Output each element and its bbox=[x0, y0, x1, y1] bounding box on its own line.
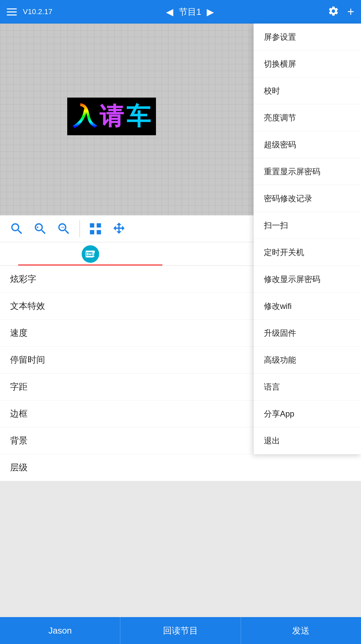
header-right: + bbox=[328, 5, 354, 18]
dropdown-menu: 屏参设置 切换横屏 校时 亮度调节 超级密码 重置显示屏密码 密码修改记录 扫一… bbox=[253, 24, 361, 454]
menu-button[interactable] bbox=[7, 8, 17, 15]
header-left: V10.2.17 bbox=[7, 7, 52, 16]
bottom-bar: Jason 回读节目 发送 bbox=[0, 617, 361, 644]
menu-exit[interactable]: 退出 bbox=[254, 427, 361, 454]
led-char-2: 请 bbox=[99, 100, 124, 133]
menu-advanced[interactable]: 高级功能 bbox=[254, 347, 361, 373]
zoom-search-button[interactable] bbox=[7, 219, 27, 239]
menu-upgrade-firmware[interactable]: 升级固件 bbox=[254, 320, 361, 347]
menu-change-screen-password[interactable]: 修改显示屏密码 bbox=[254, 266, 361, 293]
menu-share-app[interactable]: 分享App bbox=[254, 400, 361, 427]
menu-brightness[interactable]: 亮度调节 bbox=[254, 104, 361, 131]
menu-screen-settings[interactable]: 屏参设置 bbox=[254, 24, 361, 50]
prop-layer[interactable]: 层级 bbox=[0, 454, 361, 481]
grid-button[interactable] bbox=[85, 219, 106, 239]
menu-language[interactable]: 语言 bbox=[254, 373, 361, 400]
led-display: 入 请 车 bbox=[67, 98, 156, 135]
led-char-3: 车 bbox=[126, 100, 151, 133]
menu-super-password[interactable]: 超级密码 bbox=[254, 131, 361, 158]
zoom-out-button[interactable] bbox=[54, 219, 74, 239]
header-center: ◀ 节目1 ▶ bbox=[166, 6, 214, 18]
menu-reset-screen-password[interactable]: 重置显示屏密码 bbox=[254, 158, 361, 185]
settings-button[interactable] bbox=[328, 5, 339, 18]
prev-program-button[interactable]: ◀ bbox=[166, 6, 173, 17]
version-label: V10.2.17 bbox=[23, 7, 52, 16]
tab-settings[interactable] bbox=[0, 242, 180, 265]
add-button[interactable]: + bbox=[347, 6, 354, 18]
app-header: V10.2.17 ◀ 节目1 ▶ + bbox=[0, 0, 361, 24]
menu-time-sync[interactable]: 校时 bbox=[254, 77, 361, 104]
menu-timer[interactable]: 定时开关机 bbox=[254, 239, 361, 266]
menu-password-history[interactable]: 密码修改记录 bbox=[254, 185, 361, 212]
jason-button[interactable]: Jason bbox=[0, 617, 120, 644]
send-button[interactable]: 发送 bbox=[241, 617, 361, 644]
reload-program-button[interactable]: 回读节目 bbox=[120, 617, 241, 644]
zoom-in-button[interactable] bbox=[30, 219, 50, 239]
menu-scan[interactable]: 扫一扫 bbox=[254, 212, 361, 239]
program-title: 节目1 bbox=[179, 6, 201, 18]
menu-switch-landscape[interactable]: 切换横屏 bbox=[254, 50, 361, 77]
settings-tab-underline bbox=[18, 264, 163, 265]
next-program-button[interactable]: ▶ bbox=[207, 6, 214, 17]
move-button[interactable] bbox=[109, 219, 129, 239]
settings-tab-icon bbox=[82, 245, 99, 263]
menu-change-wifi[interactable]: 修改wifi bbox=[254, 293, 361, 320]
toolbar-divider bbox=[79, 220, 80, 237]
led-char-1: 入 bbox=[73, 100, 97, 133]
